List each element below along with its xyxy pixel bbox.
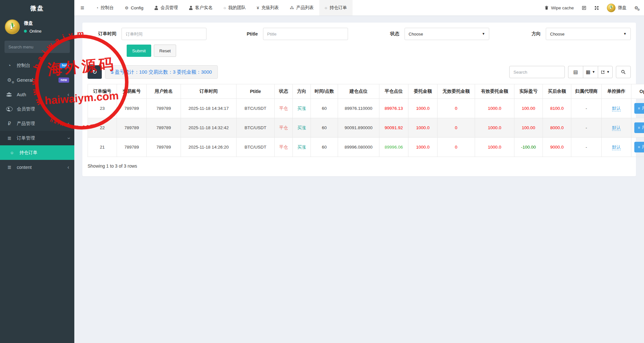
direction-select[interactable]: Choose ▼ <box>546 28 631 40</box>
list-icon: ≣ <box>6 164 13 170</box>
new-badge: new <box>58 78 69 83</box>
tab-product-list[interactable]: ⁂产品列表 <box>284 0 319 16</box>
sidebar-item-products[interactable]: ₽产品管理‹ <box>0 116 74 131</box>
users-icon <box>6 92 13 97</box>
sidebar-item-positions[interactable]: ○持仓订单 <box>0 145 74 160</box>
column-header: 交易账号 <box>117 84 147 99</box>
table-view-buttons: ▤ ▦▼ ▼ <box>568 66 613 78</box>
table-search-button[interactable] <box>616 66 631 78</box>
pagination-toggle-button[interactable]: ▤ <box>568 66 583 78</box>
status-select[interactable]: Choose ▼ <box>405 28 490 40</box>
tab-dashboard[interactable]: ◔控制台 <box>90 0 119 16</box>
table-cell: 8000.0 <box>543 118 571 138</box>
column-header: 订单编号 <box>88 84 117 99</box>
avatar: P <box>607 4 616 12</box>
circle-icon: ○ <box>224 5 226 10</box>
tab-members[interactable]: 会员管理 <box>149 0 184 16</box>
chevron-left-icon: ‹ <box>68 92 69 97</box>
table-cell: 1000.0 <box>475 138 514 157</box>
gear-icon: ⚙ <box>125 5 129 10</box>
online-status-dot <box>24 30 27 33</box>
tab-config[interactable]: ⚙Config <box>119 0 149 16</box>
sidebar-search <box>5 41 70 53</box>
sidebar-toggle-button[interactable]: ≡ <box>74 0 90 16</box>
order-time-input[interactable] <box>121 28 206 40</box>
tab-team[interactable]: ○我的团队 <box>218 0 251 16</box>
orders-table-wrap: 订单编号交易账号用户姓名订单时间Ptitle状态方向时间/点数建仓点位平仓点位委… <box>88 84 631 157</box>
sidebar-item-content[interactable]: ≣content‹ <box>0 160 74 174</box>
table-cell: BTC/USDT <box>237 99 275 118</box>
pnl-stats: $ 盈亏统计：100 交易比数：3 委托金额：3000 <box>105 65 218 79</box>
navbar-right: Wipe cache P 微盘 ⚙⚙ <box>544 0 644 16</box>
table-cell: 89976.110000 <box>338 99 379 118</box>
column-header: 实际盈亏 <box>514 84 543 99</box>
export-icon <box>601 70 605 74</box>
table-cell: 90091.92 <box>379 118 408 138</box>
user-icon <box>154 6 158 10</box>
document-button[interactable] <box>582 5 586 10</box>
ptitle-input[interactable] <box>263 28 348 40</box>
sidebar-item-auth[interactable]: Auth‹ <box>0 87 74 102</box>
tab-label: 持仓订单 <box>330 5 347 11</box>
tab-positions[interactable]: ○持仓订单 <box>319 0 353 16</box>
orders-card: 订单时间 Ptitle 状态 Choose ▼ 方向 Choose ▼ <box>82 23 636 176</box>
column-header: 订单时间 <box>181 84 237 99</box>
table-cell: 789789 <box>147 118 181 138</box>
sidebar-item-members[interactable]: 会员管理 <box>0 102 74 116</box>
column-header: 买后余额 <box>543 84 571 99</box>
user-info-button[interactable]: ≡用户信息 <box>634 142 644 152</box>
sidebar: 微盘 P 微盘 Online ◔控制台hot⚙⚙GeneralnewAuth‹会… <box>0 0 74 343</box>
export-button[interactable]: ▼ <box>598 66 613 78</box>
circle-icon: ○ <box>325 5 327 10</box>
column-header: 委托金额 <box>408 84 438 99</box>
column-header: 状态 <box>275 84 293 99</box>
order-control-link[interactable]: 默认 <box>612 125 621 131</box>
column-header: 无效委托金额 <box>438 84 475 99</box>
table-cell: 平仓 <box>275 138 293 157</box>
wipe-cache-label: Wipe cache <box>551 5 574 10</box>
table-cell: 默认 <box>602 138 631 157</box>
columns-button[interactable]: ▦▼ <box>583 66 598 78</box>
order-control-link[interactable]: 默认 <box>612 106 621 111</box>
refresh-button[interactable]: ↻ <box>88 65 102 79</box>
table-cell: 789789 <box>147 99 181 118</box>
sidebar-item-label: 持仓订单 <box>19 150 37 156</box>
sidebar-item-label: Auth <box>17 92 26 97</box>
sidebar-item-orders[interactable]: ≣订单管理‹ <box>0 131 74 145</box>
caret-down-icon: ▼ <box>623 32 627 36</box>
table-body: 237897897897892025-11-18 14:34:17BTC/USD… <box>88 99 644 157</box>
tab-label: 会员管理 <box>161 5 178 11</box>
sidebar-item-general[interactable]: ⚙⚙Generalnew <box>0 73 74 87</box>
user-info-button[interactable]: ≡用户信息 <box>634 103 644 114</box>
table-cell: 22 <box>88 118 117 138</box>
fullscreen-button[interactable] <box>594 5 599 10</box>
submit-button[interactable]: Submit <box>127 45 151 57</box>
table-cell: 89996.080000 <box>338 138 379 157</box>
tab-recharge[interactable]: ¥充值列表 <box>251 0 284 16</box>
user-menu[interactable]: P 微盘 <box>607 4 627 12</box>
user-info-button[interactable]: ≡用户信息 <box>634 122 644 133</box>
chevron-down-icon: ‹ <box>66 137 71 139</box>
table-search-input[interactable] <box>509 66 565 78</box>
document-icon <box>582 5 586 10</box>
table-row: 217897897897892025-11-18 14:26:20BTC/USD… <box>88 138 644 157</box>
main-content: 订单时间 Ptitle 状态 Choose ▼ 方向 Choose ▼ <box>74 16 644 343</box>
share-icon: ⁂ <box>290 5 294 10</box>
table-cell: 1000.0 <box>475 99 514 118</box>
list-icon: ≡ <box>638 107 640 110</box>
navbar-tabs: ◔控制台⚙Config会员管理客户实名○我的团队¥充值列表⁂产品列表○持仓订单 <box>90 0 353 16</box>
hot-badge: hot <box>59 63 69 68</box>
sidebar-search-input[interactable] <box>8 45 65 49</box>
sidebar-item-dashboard[interactable]: ◔控制台hot <box>0 58 74 73</box>
wipe-cache-button[interactable]: Wipe cache <box>544 5 574 10</box>
order-control-link[interactable]: 默认 <box>612 145 621 150</box>
reset-button[interactable]: Reset <box>154 45 176 57</box>
user-name: 微盘 <box>24 20 42 26</box>
table-cell: 平仓 <box>275 118 293 138</box>
column-header: 归属代理商 <box>571 84 602 99</box>
gears-icon: ⚙⚙ <box>6 77 13 83</box>
table-cell: 89996.06 <box>379 138 408 157</box>
avatar: P <box>5 19 20 34</box>
tab-kyc[interactable]: 客户实名 <box>184 0 218 16</box>
settings-button[interactable]: ⚙⚙ <box>634 5 638 10</box>
